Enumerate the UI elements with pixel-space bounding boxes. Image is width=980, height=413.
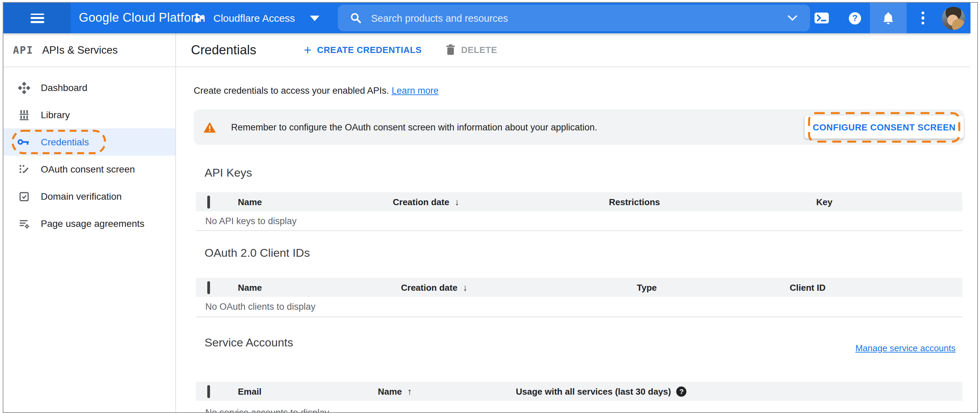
oauth-clients-table: Name Creation date ↓ Type Client ID No O… xyxy=(196,278,963,317)
column-name[interactable]: Name xyxy=(238,197,393,207)
product-title[interactable]: Google Cloud Platform xyxy=(79,11,205,25)
sidebar-item-library[interactable]: Library xyxy=(3,101,175,129)
browser-window: Google Cloud Platform Cloudflare Access xyxy=(3,2,978,413)
project-caret-icon xyxy=(310,15,320,21)
sidebar-item-label: Library xyxy=(41,110,70,120)
dashboard-icon xyxy=(17,81,30,94)
search-bar[interactable] xyxy=(338,5,810,31)
section-title-service-accounts: Service Accounts xyxy=(205,336,293,350)
main-content: Credentials + CREATE CREDENTIALS DELETE xyxy=(176,33,970,412)
sort-desc-icon: ↓ xyxy=(455,197,460,207)
delete-label: DELETE xyxy=(461,45,497,55)
usage-help-icon[interactable]: ? xyxy=(676,386,687,396)
api-keys-empty-state: No API keys to display xyxy=(196,211,963,231)
sort-asc-icon: ↑ xyxy=(407,386,412,396)
delete-button[interactable]: DELETE xyxy=(446,44,497,56)
sidebar-header-label: APIs & Services xyxy=(42,44,118,56)
user-avatar[interactable] xyxy=(942,6,965,30)
select-all-checkbox[interactable] xyxy=(207,195,210,208)
intro-text: Create credentials to access your enable… xyxy=(194,86,964,96)
sidebar-item-domain-verification[interactable]: Domain verification xyxy=(3,183,175,210)
sidebar-item-oauth-consent-screen[interactable]: OAuth consent screen xyxy=(3,156,175,183)
sidebar-item-label: OAuth consent screen xyxy=(41,164,135,175)
column-usage: Usage with all services (last 30 days) ? xyxy=(516,386,963,396)
topbar-icon-group: ? xyxy=(814,3,970,33)
sidebar-nav: Dashboard Library xyxy=(3,67,175,237)
consent-button-highlight: CONFIGURE CONSENT SCREEN xyxy=(808,112,960,142)
column-restrictions[interactable]: Restrictions xyxy=(609,197,816,207)
learn-more-link[interactable]: Learn more xyxy=(391,86,438,96)
sidebar: API APIs & Services xyxy=(3,33,176,412)
screenshot-stage: Google Cloud Platform Cloudflare Access xyxy=(0,0,980,413)
oauth-clients-table-header: Name Creation date ↓ Type Client ID xyxy=(196,278,963,297)
search-input[interactable] xyxy=(370,12,787,24)
column-creation-date[interactable]: Creation date ↓ xyxy=(393,197,609,207)
sidebar-item-credentials[interactable]: Credentials xyxy=(3,129,175,156)
api-keys-table-header: Name Creation date ↓ Restrictions Key xyxy=(196,192,963,211)
manage-service-accounts-link[interactable]: Manage service accounts xyxy=(855,343,956,353)
hamburger-icon xyxy=(30,13,44,23)
section-title-oauth-clients: OAuth 2.0 Client IDs xyxy=(205,246,964,260)
warning-icon xyxy=(203,121,216,133)
configure-consent-screen-button[interactable]: CONFIGURE CONSENT SCREEN xyxy=(805,116,964,138)
banner-message: Remember to configure the OAuth consent … xyxy=(231,122,597,132)
more-options-icon[interactable] xyxy=(921,11,924,25)
column-client-id[interactable]: Client ID xyxy=(790,282,963,292)
top-app-bar: Google Cloud Platform Cloudflare Access xyxy=(3,3,970,33)
search-icon xyxy=(350,12,361,24)
sort-desc-icon: ↓ xyxy=(463,282,468,292)
project-hexagons-icon xyxy=(193,12,207,24)
service-accounts-table-header: Email Name ↑ Usage with all services (la… xyxy=(196,382,963,401)
project-name: Cloudflare Access xyxy=(213,12,295,24)
select-all-checkbox[interactable] xyxy=(207,281,210,294)
select-all-checkbox[interactable] xyxy=(207,385,210,398)
bell-icon xyxy=(882,11,894,25)
service-accounts-table: Email Name ↑ Usage with all services (la… xyxy=(196,382,963,413)
page-title: Credentials xyxy=(191,43,256,57)
create-credentials-label: CREATE CREDENTIALS xyxy=(317,45,422,55)
page-body: Create credentials to access your enable… xyxy=(176,86,970,413)
sidebar-item-dashboard[interactable]: Dashboard xyxy=(3,74,175,101)
help-icon[interactable]: ? xyxy=(848,11,861,25)
page-header: Credentials + CREATE CREDENTIALS DELETE xyxy=(176,33,970,67)
key-icon xyxy=(17,136,30,148)
service-accounts-empty-state: No service accounts to display xyxy=(196,401,963,413)
column-email[interactable]: Email xyxy=(238,386,378,396)
trash-icon xyxy=(446,44,456,56)
svg-text:?: ? xyxy=(852,13,857,22)
sidebar-item-label: Page usage agreements xyxy=(41,218,145,229)
library-icon xyxy=(17,108,30,121)
sidebar-item-page-usage-agreements[interactable]: Page usage agreements xyxy=(3,210,175,237)
sidebar-item-label: Credentials xyxy=(41,137,89,148)
sidebar-header: API APIs & Services xyxy=(3,33,175,67)
consent-warning-banner: Remember to configure the OAuth consent … xyxy=(194,110,964,145)
scrollbar-gutter xyxy=(970,3,977,412)
search-chevron-down-icon[interactable] xyxy=(787,15,798,21)
notifications-button[interactable] xyxy=(870,3,906,33)
sidebar-item-label: Domain verification xyxy=(41,191,122,202)
consent-icon xyxy=(17,163,30,176)
api-keys-table: Name Creation date ↓ Restrictions Key No… xyxy=(196,192,963,231)
column-creation-date[interactable]: Creation date ↓ xyxy=(401,282,637,292)
plus-icon: + xyxy=(304,43,312,56)
section-title-api-keys: API Keys xyxy=(205,167,964,180)
domain-check-icon xyxy=(17,190,30,203)
cloud-shell-icon[interactable] xyxy=(814,12,829,24)
project-selector[interactable]: Cloudflare Access xyxy=(193,3,320,33)
agreements-icon xyxy=(17,217,30,230)
api-logo-glyph: API xyxy=(13,44,33,56)
oauth-clients-empty-state: No OAuth clients to display xyxy=(196,297,963,317)
column-type[interactable]: Type xyxy=(637,282,790,292)
create-credentials-button[interactable]: + CREATE CREDENTIALS xyxy=(304,43,422,56)
column-name[interactable]: Name ↑ xyxy=(378,386,516,396)
service-accounts-heading-row: Service Accounts Manage service accounts xyxy=(194,336,964,359)
column-name[interactable]: Name xyxy=(238,282,401,292)
hamburger-menu-button[interactable] xyxy=(3,3,71,33)
column-key[interactable]: Key xyxy=(816,197,963,207)
sidebar-item-label: Dashboard xyxy=(41,82,88,93)
